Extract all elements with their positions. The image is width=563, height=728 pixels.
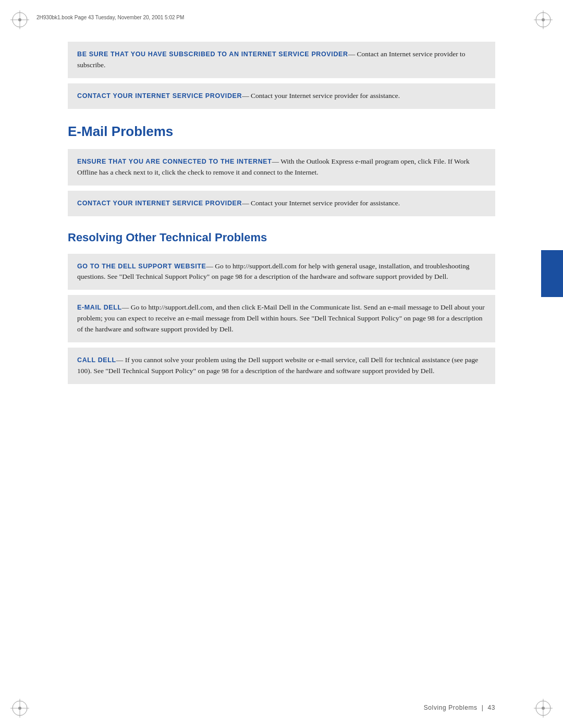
email-heading-1: Ensure that you are connected to the Int…: [77, 158, 272, 165]
isp-dash-1: —: [348, 50, 356, 58]
page: 2H930bk1.book Page 43 Tuesday, November …: [0, 0, 563, 728]
resolving-box-3: Call Dell— If you cannot solve your prob…: [68, 348, 495, 384]
isp-dash-2: —: [242, 92, 249, 100]
resolving-heading-3: Call Dell: [77, 356, 116, 364]
registration-mark-bl: [9, 698, 30, 719]
email-heading-2: Contact your Internet service provider: [77, 200, 242, 207]
resolving-heading-1: Go to the Dell support website: [77, 263, 206, 270]
resolving-dash-1: —: [206, 262, 213, 270]
resolving-dash-3: —: [116, 356, 124, 364]
isp-box-2: Contact your Internet service provider— …: [68, 83, 495, 109]
isp-body-2: Contact your Internet service provider f…: [249, 92, 400, 100]
registration-mark-br: [533, 698, 554, 719]
resolving-box-1: Go to the Dell support website— Go to ht…: [68, 254, 495, 290]
file-info-text: 2H930bk1.book Page 43 Tuesday, November …: [36, 15, 184, 20]
resolving-body-3: If you cannot solve your problem using t…: [77, 356, 478, 375]
resolving-box-2: E-mail Dell— Go to http://support.dell.c…: [68, 295, 495, 342]
file-info: 2H930bk1.book Page 43 Tuesday, November …: [36, 15, 184, 20]
email-dash-1: —: [272, 157, 279, 165]
email-chapter-heading: E-Mail Problems: [68, 124, 495, 140]
resolving-body-2: Go to http://support.dell.com, and then …: [77, 303, 485, 333]
isp-heading-1: Be sure that you have subscribed to an I…: [77, 51, 348, 58]
resolving-chapter-heading: Resolving Other Technical Problems: [68, 231, 495, 244]
footer-section-label: Solving Problems: [424, 704, 478, 711]
footer-page-number: 43: [487, 704, 495, 711]
resolving-heading-2: E-mail Dell: [77, 304, 122, 311]
email-dash-2: —: [242, 199, 249, 207]
content-area: Be sure that you have subscribed to an I…: [68, 42, 495, 686]
resolving-dash-2: —: [122, 303, 129, 311]
email-box-1: Ensure that you are connected to the Int…: [68, 149, 495, 186]
blue-tab: [541, 250, 563, 297]
footer: Solving Problems | 43: [68, 704, 495, 711]
isp-box-1: Be sure that you have subscribed to an I…: [68, 42, 495, 78]
registration-mark-tr: [533, 9, 554, 30]
email-box-2: Contact your Internet service provider— …: [68, 191, 495, 216]
email-body-2: Contact your Internet service provider f…: [249, 199, 400, 207]
registration-mark-tl: [9, 9, 30, 30]
isp-heading-2: Contact your Internet service provider: [77, 92, 242, 100]
footer-divider: |: [482, 704, 484, 711]
